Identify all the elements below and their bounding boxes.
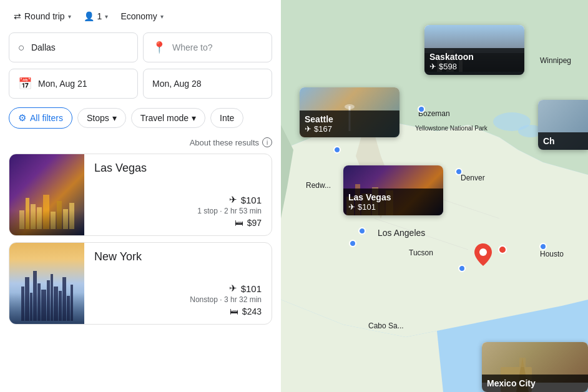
lasvegas-skyline xyxy=(9,192,84,229)
all-filters-button[interactable]: ⚙ All filters xyxy=(9,107,72,129)
map-card-seattle[interactable]: Seattle ✈ $167 xyxy=(300,87,399,137)
round-trip-chevron: ▾ xyxy=(68,13,71,20)
lasvegas-hotel-price: $97 xyxy=(247,218,262,228)
map-card-ch[interactable]: Ch xyxy=(538,100,588,150)
dallas-main-pin[interactable] xyxy=(474,243,492,268)
seattle-map-thumb: Seattle ✈ $167 xyxy=(300,87,399,137)
saskatoon-map-thumb: Saskatoon ✈ $598 xyxy=(424,25,524,75)
info-icon[interactable]: i xyxy=(262,137,272,147)
map-pin-denver[interactable] xyxy=(455,168,463,175)
lasvegas-city-name: Las Vegas xyxy=(94,162,262,175)
destination-field[interactable]: 📍 xyxy=(143,32,272,62)
map-card-mexicocity[interactable]: Mexico City xyxy=(482,342,588,392)
seattle-card-city: Seattle xyxy=(305,114,394,124)
travel-mode-label: Travel mode xyxy=(140,113,189,123)
stops-filter-button[interactable]: Stops ▾ xyxy=(77,108,126,128)
filter-sliders-icon: ⚙ xyxy=(18,112,26,124)
mexicocity-card-city: Mexico City xyxy=(487,378,583,388)
destination-pin-icon: 📍 xyxy=(152,41,166,54)
destination-input[interactable] xyxy=(172,42,263,52)
travel-mode-filter-button[interactable]: Travel mode ▾ xyxy=(131,108,205,128)
lasvegas-map-card-city: Las Vegas xyxy=(348,192,438,202)
secondary-pin[interactable] xyxy=(498,245,507,254)
newyork-hotel-price-row: 🛏 $243 xyxy=(94,306,262,316)
seattle-plane-icon: ✈ xyxy=(305,124,311,134)
stops-chevron: ▾ xyxy=(112,113,117,123)
lasvegas-map-card-price: ✈ $101 xyxy=(348,202,438,212)
top-controls: ⇄ Round trip ▾ 👤 1 ▾ Economy ▾ xyxy=(9,7,272,25)
round-trip-label: Round trip xyxy=(24,11,65,21)
svg-point-5 xyxy=(479,248,487,256)
newyork-card-body: New York ✈ $101 Nonstop · 3 hr 32 min 🛏 … xyxy=(84,243,272,324)
round-trip-icon: ⇄ xyxy=(14,11,21,21)
cabin-class-label: Economy xyxy=(120,11,157,21)
date-to-field[interactable]: Mon, Aug 28 xyxy=(143,69,272,99)
newyork-hotel-price: $243 xyxy=(242,306,262,316)
hotel-icon-ny: 🛏 xyxy=(230,306,238,316)
date-from-field[interactable]: 📅 Mon, Aug 21 xyxy=(9,69,138,99)
newyork-city-name: New York xyxy=(94,250,262,263)
lasvegas-map-plane-icon: ✈ xyxy=(348,202,355,212)
newyork-flight-price-row: ✈ $101 xyxy=(94,283,262,294)
calendar-icon-from: 📅 xyxy=(18,77,32,91)
newyork-flight-detail: Nonstop · 3 hr 32 min xyxy=(94,295,262,304)
seattle-card-price: ✈ $167 xyxy=(305,124,394,134)
map-pin-mexico-dot[interactable] xyxy=(458,265,466,272)
seattle-price-value: $167 xyxy=(314,124,332,134)
result-card-lasvegas[interactable]: Las Vegas ✈ $101 1 stop · 2 hr 53 min 🛏 … xyxy=(9,154,272,236)
plane-icon-ny: ✈ xyxy=(229,283,237,294)
newyork-skyline xyxy=(9,271,84,321)
mexicocity-card-info: Mexico City xyxy=(482,375,588,392)
lasvegas-flight-detail: 1 stop · 2 hr 53 min xyxy=(94,207,262,215)
round-trip-button[interactable]: ⇄ Round trip ▾ xyxy=(9,7,76,25)
saskatoon-price-value: $598 xyxy=(439,62,457,71)
map-pin-bozeman[interactable] xyxy=(418,105,425,113)
all-filters-label: All filters xyxy=(30,113,63,123)
newyork-thumbnail xyxy=(9,243,84,324)
map-card-lasvegas[interactable]: Las Vegas ✈ $101 xyxy=(343,165,443,215)
passenger-icon: 👤 xyxy=(84,11,94,21)
stops-label: Stops xyxy=(87,113,109,123)
inte-label: Inte xyxy=(220,113,234,123)
saskatoon-plane-icon: ✈ xyxy=(429,62,436,71)
passengers-button[interactable]: 👤 1 ▾ xyxy=(79,7,114,25)
lasvegas-map-price-value: $101 xyxy=(358,202,376,212)
saskatoon-card-city: Saskatoon xyxy=(429,52,519,62)
lasvegas-flight-price: $101 xyxy=(241,195,262,205)
about-results-text: About these results xyxy=(190,138,259,147)
origin-circle-icon: ○ xyxy=(18,41,25,54)
date-row: 📅 Mon, Aug 21 Mon, Aug 28 xyxy=(9,69,272,99)
newyork-flight-price: $101 xyxy=(241,283,262,294)
map-pin-la[interactable] xyxy=(358,227,366,235)
lasvegas-map-thumb: Las Vegas ✈ $101 xyxy=(343,165,443,215)
lasvegas-thumbnail xyxy=(9,154,84,235)
date-to-label: Mon, Aug 28 xyxy=(152,79,202,89)
map-pin-houston[interactable] xyxy=(539,243,547,250)
inte-filter-button[interactable]: Inte xyxy=(210,108,243,128)
search-inputs: ○ Dallas 📍 xyxy=(9,32,272,62)
hotel-icon-lv: 🛏 xyxy=(235,218,243,228)
lasvegas-hotel-price-row: 🛏 $97 xyxy=(94,218,262,228)
origin-input[interactable]: Dallas xyxy=(31,42,129,52)
origin-field[interactable]: ○ Dallas xyxy=(9,32,138,62)
filters-row: ⚙ All filters Stops ▾ Travel mode ▾ Inte xyxy=(9,107,272,129)
plane-icon-lv: ✈ xyxy=(229,194,237,205)
seattle-card-info: Seattle ✈ $167 xyxy=(300,110,399,137)
saskatoon-card-price: ✈ $598 xyxy=(429,62,519,71)
cabin-chevron: ▾ xyxy=(160,13,164,20)
saskatoon-card-info: Saskatoon ✈ $598 xyxy=(424,48,524,75)
about-results: About these results i xyxy=(9,137,272,147)
left-panel: ⇄ Round trip ▾ 👤 1 ▾ Economy ▾ ○ Dallas … xyxy=(0,0,281,392)
ch-card-info: Ch xyxy=(538,132,588,150)
result-card-newyork[interactable]: New York ✈ $101 Nonstop · 3 hr 32 min 🛏 … xyxy=(9,242,272,325)
lasvegas-map-card-info: Las Vegas ✈ $101 xyxy=(343,189,443,215)
map-pin-arizona[interactable] xyxy=(349,240,356,247)
lasvegas-card-body: Las Vegas ✈ $101 1 stop · 2 hr 53 min 🛏 … xyxy=(84,154,272,235)
map-card-saskatoon[interactable]: Saskatoon ✈ $598 xyxy=(424,25,524,75)
map-pin-sf[interactable] xyxy=(333,146,341,154)
cabin-class-button[interactable]: Economy ▾ xyxy=(115,7,168,25)
travel-mode-chevron: ▾ xyxy=(192,113,196,123)
mexicocity-map-thumb: Mexico City xyxy=(482,342,588,392)
map-panel: Portland Bozeman Yellowstone National Pa… xyxy=(281,0,588,392)
passengers-label: 1 xyxy=(97,11,102,21)
